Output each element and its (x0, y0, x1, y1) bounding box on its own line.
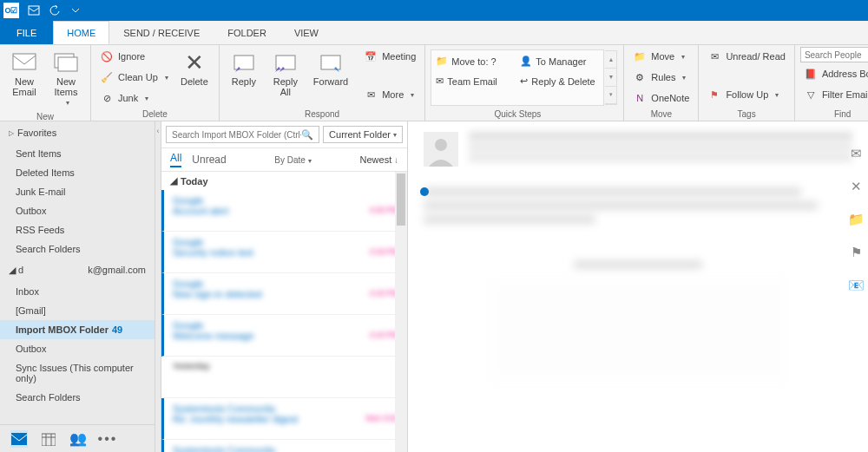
address-book-button[interactable]: 📕Address Book (800, 64, 868, 83)
filter-email-button[interactable]: ▽Filter Email (800, 85, 868, 104)
sort-by-date[interactable]: By Date (274, 155, 312, 165)
message-item[interactable]: GoogleWelcome message4:10 PM (161, 315, 407, 357)
account-header[interactable]: ◢ d k@gmail.com (0, 259, 155, 282)
message-header-blurred (469, 132, 852, 167)
message-item[interactable]: Yesterday (161, 357, 407, 398)
search-scope-dropdown[interactable]: Current Folder (323, 126, 403, 143)
qs-gallery-arrows[interactable]: ▲▼▾ (605, 50, 617, 105)
qat-dropdown-icon[interactable] (69, 4, 82, 16)
nav-item[interactable]: RSS Feeds (0, 220, 155, 239)
filter-unread[interactable]: Unread (192, 154, 226, 166)
svg-rect-1 (13, 54, 36, 69)
qs-team-email[interactable]: ✉Team Email (434, 73, 515, 89)
nav-item[interactable]: Sent Items (0, 144, 155, 163)
side-read-icon[interactable]: 📧 (848, 278, 864, 293)
group-label-find: Find (800, 108, 868, 121)
message-item[interactable]: GoogleSecurity notice text4:18 PM (161, 232, 407, 273)
delete-button[interactable]: ✕ Delete (175, 47, 214, 90)
ribbon-group-respond: Reply Reply All Forward 📅Meeting ✉More R… (220, 45, 425, 121)
message-body-blurred (424, 187, 852, 382)
nav-folder[interactable]: Sync Issues (This computer only) (0, 358, 155, 388)
sender-avatar (424, 132, 458, 167)
filter-all[interactable]: All (170, 152, 181, 167)
search-messages-box[interactable]: 🔍 (166, 126, 319, 143)
search-messages-input[interactable] (172, 130, 301, 140)
message-list-pane: 🔍 Current Folder All Unread By Date Newe… (161, 121, 408, 452)
search-icon[interactable]: 🔍 (301, 129, 313, 141)
chevron-down-icon: ◢ (170, 175, 177, 187)
nav-item[interactable]: Outbox (0, 201, 155, 220)
meeting-button[interactable]: 📅Meeting (360, 47, 419, 66)
new-email-button[interactable]: New Email (5, 47, 43, 101)
favorites-header[interactable]: ▷Favorites (0, 121, 155, 144)
message-list-scrollbar[interactable] (395, 172, 407, 452)
reply-all-button[interactable]: Reply All (266, 47, 305, 101)
nav-footer: 👥 ••• (0, 424, 155, 452)
onenote-button[interactable]: NOneNote (629, 88, 693, 108)
reading-pane (408, 121, 868, 452)
ribbon-group-move: 📁Move ⚙Rules NOneNote Move (624, 45, 699, 121)
cleanup-button[interactable]: 🧹Clean Up (96, 68, 172, 87)
chevron-right-icon: ▷ (9, 129, 14, 137)
outlook-logo-icon: O☑ (3, 3, 19, 18)
nav-folder[interactable]: Outbox (0, 339, 155, 358)
nav-item[interactable]: Deleted Items (0, 163, 155, 182)
ribbon-group-find: 📕Address Book ▽Filter Email Find (795, 45, 868, 121)
pane-splitter[interactable]: ‹ (155, 121, 161, 452)
svg-rect-0 (29, 6, 39, 15)
move-button[interactable]: 📁Move (629, 47, 693, 66)
unread-read-button[interactable]: ✉Unread/ Read (704, 47, 789, 66)
undo-icon[interactable] (49, 4, 61, 16)
tab-send-receive[interactable]: SEND / RECEIVE (109, 21, 214, 44)
nav-folder[interactable]: Import MBOX Folder49 (0, 320, 155, 339)
new-items-button[interactable]: New Items (47, 47, 85, 110)
ribbon-tabs: FILE HOME SEND / RECEIVE FOLDER VIEW (0, 21, 868, 45)
side-flag-icon[interactable]: ⚑ (848, 245, 864, 260)
message-item[interactable]: GoogleNew sign-in detected4:15 PM (161, 273, 407, 315)
nav-item[interactable]: Search Folders (0, 239, 155, 259)
group-label-move: Move (629, 108, 693, 121)
junk-button[interactable]: ⊘Junk (96, 88, 172, 108)
search-people-input[interactable] (800, 47, 868, 62)
ignore-button[interactable]: 🚫Ignore (96, 47, 172, 66)
tab-file[interactable]: FILE (0, 21, 53, 44)
qs-to-manager[interactable]: 👤To Manager (518, 53, 599, 69)
qs-reply-delete[interactable]: ↩Reply & Delete (518, 73, 599, 89)
message-list: ◢Today GoogleAccount alert4:20 PM Google… (161, 172, 407, 452)
qs-move-to[interactable]: 📁Move to: ? (434, 53, 515, 69)
more-views-icon[interactable]: ••• (99, 430, 116, 448)
date-header-today[interactable]: ◢Today (161, 172, 407, 190)
message-item[interactable]: Systemtools CommunityRe: monthly newslet… (161, 398, 407, 440)
tab-view[interactable]: VIEW (280, 21, 332, 44)
more-respond-button[interactable]: ✉More (360, 85, 419, 104)
qat-new-icon[interactable] (28, 4, 40, 16)
side-mail-icon[interactable]: ✉ (848, 146, 864, 161)
group-label-delete: Delete (96, 108, 214, 121)
message-item[interactable]: Systemtools CommunityUpdates and announc… (161, 440, 407, 452)
new-email-label: New Email (12, 76, 36, 97)
calendar-view-icon[interactable] (40, 430, 57, 448)
mail-view-icon[interactable] (10, 430, 28, 448)
nav-folder[interactable]: Inbox (0, 282, 155, 301)
sort-newest[interactable]: Newest ↓ (360, 154, 398, 165)
tab-home[interactable]: HOME (53, 21, 109, 44)
svg-point-15 (435, 139, 447, 151)
message-item[interactable]: GoogleAccount alert4:20 PM (161, 190, 407, 232)
ribbon-group-delete: 🚫Ignore 🧹Clean Up ⊘Junk ✕ Delete Delete (91, 45, 220, 121)
rules-button[interactable]: ⚙Rules (629, 68, 693, 87)
group-label-tags: Tags (704, 108, 789, 121)
people-view-icon[interactable]: 👥 (69, 430, 87, 448)
side-folder-icon[interactable]: 📁 (848, 212, 864, 227)
ribbon-group-new: New Email New Items New (0, 45, 91, 121)
svg-rect-9 (11, 433, 27, 445)
side-close-icon[interactable]: ✕ (848, 179, 864, 194)
reply-button[interactable]: Reply (225, 47, 263, 90)
nav-folder[interactable]: Search Folders (0, 388, 155, 407)
follow-up-button[interactable]: ⚑Follow Up (704, 85, 789, 104)
svg-rect-3 (58, 57, 77, 71)
tab-folder[interactable]: FOLDER (214, 21, 280, 44)
nav-item[interactable]: Junk E-mail (0, 182, 155, 201)
forward-button[interactable]: Forward (308, 47, 353, 90)
folder-pane: ▷Favorites Sent ItemsDeleted ItemsJunk E… (0, 121, 155, 452)
nav-folder[interactable]: [Gmail] (0, 301, 155, 320)
